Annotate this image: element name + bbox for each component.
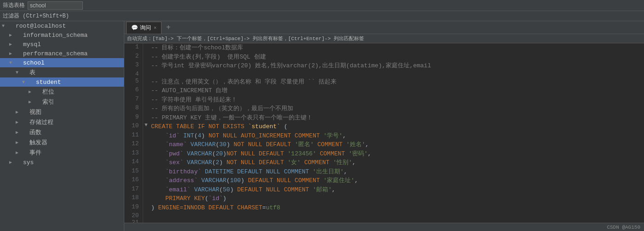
code-content[interactable] [149, 219, 644, 223]
tree-toggle[interactable]: ▶ [7, 160, 14, 165]
tree-icon [15, 31, 22, 39]
sidebar-item-mysql[interactable]: ▶mysql [0, 40, 124, 49]
tree-label: 事件 [29, 148, 41, 157]
code-content[interactable]: -- 注意点，使用英文（），表的名称 和 字段 尽量使用 `` 括起来 [149, 77, 644, 87]
line-number: 8 [124, 104, 143, 113]
second-bar: 过滤器 (Ctrl+Shift+B) [0, 11, 644, 21]
filter-label: 筛选表格 [3, 1, 25, 9]
sidebar-item-栏位[interactable]: ▶栏位 [0, 87, 124, 97]
sidebar-item-触发器[interactable]: ▶触发器 [0, 137, 124, 148]
tree-toggle[interactable]: ▶ [27, 99, 33, 105]
code-content[interactable]: `pwd` VARCHAR(20)NOT NULL DEFAULT '12345… [149, 149, 644, 159]
tree-toggle[interactable]: ▶ [7, 51, 14, 56]
code-row: 12 `name` VARCHAR(30) NOT NULL DEFAULT '… [124, 140, 644, 149]
line-toggle[interactable]: ▼ [143, 122, 149, 131]
line-toggle [143, 104, 149, 113]
line-toggle [143, 113, 149, 123]
code-row: 19) ENGINE=INNODB DEFAULT CHARSET=utf8 [124, 203, 644, 213]
sidebar-item-sys[interactable]: ▶sys [0, 158, 124, 167]
code-content[interactable]: PRIMARY KEY(`id`) [149, 194, 644, 203]
line-number: 6 [124, 86, 143, 95]
code-content[interactable]: -- 创建学生表(列,字段) 使用SQL 创建 [149, 53, 644, 62]
code-row: 4 [124, 71, 644, 77]
tree-toggle[interactable]: ▶ [14, 109, 20, 115]
tree-toggle[interactable]: ▼ [0, 24, 6, 29]
tree-icon [7, 22, 15, 30]
code-content[interactable]: `email` VARCHAR(50) DEFAULT NULL COMMENT… [149, 185, 644, 195]
autocomplete-text: 自动完成：[Tab]-> 下一个标签，[Ctrl+Space]-> 列出所有标签… [127, 35, 364, 42]
code-content[interactable]: -- 学号int 登录密码varchar(20) 姓名,性别varchar(2)… [149, 61, 644, 71]
code-content[interactable]: `birthday` DATETIME DEFAULT NULL COMMENT… [149, 167, 644, 177]
sidebar-item-student[interactable]: ▼student [0, 77, 124, 87]
line-number: 13 [124, 149, 143, 159]
line-number: 3 [124, 61, 143, 71]
tree-label: 表 [29, 68, 35, 77]
tree-label: performance_schema [23, 50, 87, 57]
filter-input[interactable] [28, 1, 83, 10]
code-row: 8-- 所有的语句后面加，（英文的），最后一个不用加 [124, 104, 644, 113]
tree-toggle[interactable]: ▶ [14, 130, 20, 135]
sidebar-item-索引[interactable]: ▶索引 [0, 97, 124, 107]
tree-toggle[interactable]: ▼ [7, 60, 14, 65]
code-content[interactable]: -- 字符串使用 单引号括起来！ [149, 95, 644, 105]
code-content[interactable]: `id` INT(4) NOT NULL AUTO_INCREMENT COMM… [149, 131, 644, 141]
code-content[interactable]: `address` VARCHAR(100) DEFAULT NULL COMM… [149, 176, 644, 185]
line-toggle [143, 203, 149, 213]
autocomplete-bar: 自动完成：[Tab]-> 下一个标签，[Ctrl+Space]-> 列出所有标签… [124, 34, 644, 43]
tab-query-close[interactable]: ✕ [154, 25, 157, 30]
code-content[interactable] [149, 71, 644, 77]
line-toggle [143, 167, 149, 177]
code-content[interactable]: -- AUTO_INCREMENT 自增 [149, 86, 644, 95]
line-number: 5 [124, 77, 143, 87]
tree-icon [15, 159, 22, 166]
tree-label: 栏位 [42, 88, 54, 96]
tree-label: 函数 [29, 128, 41, 136]
tree-toggle[interactable]: ▶ [7, 32, 14, 38]
sidebar-item-root@localhost[interactable]: ▼root@localhost [0, 21, 124, 30]
tree-toggle[interactable]: ▼ [20, 80, 27, 85]
sidebar-item-事件[interactable]: ▶事件 [0, 148, 124, 158]
code-content[interactable]: -- 所有的语句后面加，（英文的），最后一个不用加 [149, 104, 644, 113]
code-content[interactable]: -- 目标：创建一个school数据库 [149, 43, 644, 53]
sidebar-item-函数[interactable]: ▶函数 [0, 127, 124, 137]
code-row: 2-- 创建学生表(列,字段) 使用SQL 创建 [124, 53, 644, 62]
tab-query[interactable]: 💬 询问 ✕ [126, 22, 162, 34]
tree-icon [15, 59, 22, 66]
sidebar-item-存储过程[interactable]: ▶存储过程 [0, 117, 124, 127]
tree-toggle[interactable]: ▶ [14, 150, 20, 155]
tree-label: 存储过程 [29, 118, 53, 126]
code-content[interactable]: -- PRIMARY KEY 主键，一般一个表只有一个唯一的主键！ [149, 113, 644, 123]
sidebar-item-school[interactable]: ▼school [0, 58, 124, 67]
tree-toggle[interactable]: ▶ [7, 41, 14, 47]
line-number: 12 [124, 140, 143, 149]
tab-add-button[interactable]: + [162, 23, 174, 33]
code-row: 5-- 注意点，使用英文（），表的名称 和 字段 尽量使用 `` 括起来 [124, 77, 644, 87]
code-editor[interactable]: 1-- 目标：创建一个school数据库2-- 创建学生表(列,字段) 使用SQ… [124, 43, 644, 223]
sidebar-item-视图[interactable]: ▶视图 [0, 107, 124, 117]
sidebar-item-performance_schema[interactable]: ▶performance_schema [0, 49, 124, 58]
code-content[interactable]: CREATE TABLE IF NOT EXISTS `student` ( [149, 122, 644, 131]
line-number: 11 [124, 131, 143, 141]
line-toggle [143, 86, 149, 95]
line-toggle [143, 212, 149, 219]
sidebar-item-表[interactable]: ▼表 [0, 67, 124, 77]
code-row: 3-- 学号int 登录密码varchar(20) 姓名,性别varchar(2… [124, 61, 644, 71]
tree-toggle[interactable]: ▶ [14, 119, 20, 125]
code-content[interactable]: `name` VARCHAR(30) NOT NULL DEFAULT '匿名'… [149, 140, 644, 149]
line-number: 18 [124, 194, 143, 203]
code-content[interactable] [149, 212, 644, 219]
code-content[interactable]: ) ENGINE=INNODB DEFAULT CHARSET=utf8 [149, 203, 644, 213]
line-number: 2 [124, 53, 143, 62]
tree-icon [21, 108, 29, 116]
tree-toggle[interactable]: ▶ [27, 89, 33, 95]
code-row: 17 `email` VARCHAR(50) DEFAULT NULL COMM… [124, 185, 644, 195]
code-content[interactable]: `sex` VARCHAR(2) NOT NULL DEFAULT '女' CO… [149, 158, 644, 167]
tree-label: root@localhost [16, 23, 66, 30]
tree-label: 索引 [42, 98, 54, 106]
sidebar-item-information_schema[interactable]: ▶information_schema [0, 30, 124, 40]
tree-toggle[interactable]: ▼ [14, 70, 20, 75]
code-row: 15 `birthday` DATETIME DEFAULT NULL COMM… [124, 167, 644, 177]
line-toggle [143, 71, 149, 77]
tree-toggle[interactable]: ▶ [14, 140, 20, 145]
line-toggle [143, 176, 149, 185]
